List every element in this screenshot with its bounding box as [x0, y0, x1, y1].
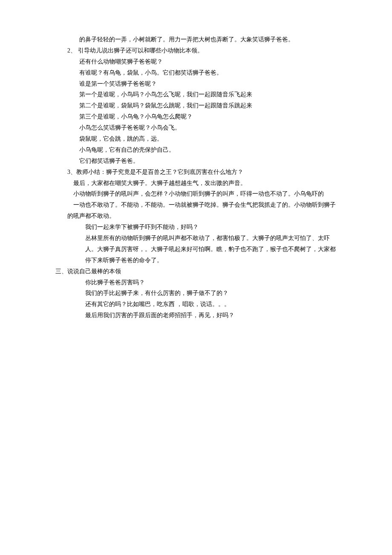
text-line: 3、教师小结：狮子究竟是不是百兽之王？它到底厉害在什么地方？ [67, 167, 337, 178]
text-line: 你比狮子爸爸厉害吗？ [85, 277, 337, 288]
text-line: 小鸟怎么笑话狮子爸爸呢？小鸟会飞。 [79, 122, 337, 133]
text-line: 有谁呢？有乌龟，袋鼠，小鸟。它们都笑话狮子爸爸。 [79, 67, 337, 78]
text-line: 还有什么动物嘲笑狮子爸爸呢？ [79, 56, 337, 67]
text-line: 丛林里所有的动物听到狮子的吼叫声都不敢动了，都害怕极了。大狮子的吼声太可怕了、太… [85, 233, 337, 244]
text-line: 最后用我们厉害的手跟后面的老师招招手，再见，好吗？ [85, 310, 337, 321]
text-line: 人。大狮子真厉害呀，。大狮子吼起来好可怕啊。瞧，豹子也不跑了，猴子也不爬树了，大… [85, 244, 337, 255]
text-line: 停下来听狮子爸爸的命令了。 [85, 255, 337, 266]
text-line: 第一个是谁呢，小鸟吗？小鸟怎么飞呢，我们一起跟随音乐飞起来 [79, 89, 337, 100]
text-line: 的鼻子轻轻的一弄，小树就断了。用力一弄把大树也弄断了。大象笑话狮子爸爸。 [79, 34, 337, 45]
text-line: 2、 引导幼儿说出狮子还可以和哪些小动物比本领。 [67, 45, 337, 56]
text-line: 的吼声都不敢动。 [67, 211, 337, 222]
document-page: 的鼻子轻轻的一弄，小树就断了。用力一弄把大树也弄断了。大象笑话狮子爸爸。2、 引… [0, 0, 392, 355]
text-line: 小动物听到狮子的吼叫声，会怎样？小动物们听到狮子的叫声，吓得一动也不动了。小乌龟… [73, 188, 337, 199]
text-line: 还有其它的吗？比如嘴巴，吃东西 ，唱歌，说话。。。 [85, 299, 337, 310]
text-line: 第三个是谁呢，小乌龟？小乌龟怎么爬呢？ [79, 111, 337, 122]
text-line: 它们都笑话狮子爸爸。 [79, 156, 337, 167]
text-line: 我们一起来学下被狮子吓到不能动，好吗？ [85, 222, 337, 233]
text-line: 第二个是谁呢，袋鼠吗？袋鼠怎么跳呢，我们一起跟随音乐跳起来 [79, 100, 337, 111]
text-line: 袋鼠呢，它会跳，跳的高，远。 [79, 133, 337, 145]
text-line: 小乌龟呢，它有自己的壳保护自己。 [79, 145, 337, 156]
text-line: 我们的手比起狮子来，有什么厉害的，狮子做不了的？ [85, 288, 337, 299]
document-body: 的鼻子轻轻的一弄，小树就断了。用力一弄把大树也弄断了。大象笑话狮子爸爸。2、 引… [55, 34, 337, 321]
text-line: 最后，大家都在嘲笑大狮子。大狮子越想越生气，发出嗷的声音。 [73, 178, 337, 189]
text-line: 谁是第一个笑话狮子爸爸呢？ [79, 78, 337, 90]
text-line: 一动也不敢动了。不能动，不能动。一动就被狮子吃掉。狮子会生气把我抓走了的。小动物… [73, 199, 337, 211]
text-line: 三、说说自己最棒的本领 [55, 266, 337, 277]
